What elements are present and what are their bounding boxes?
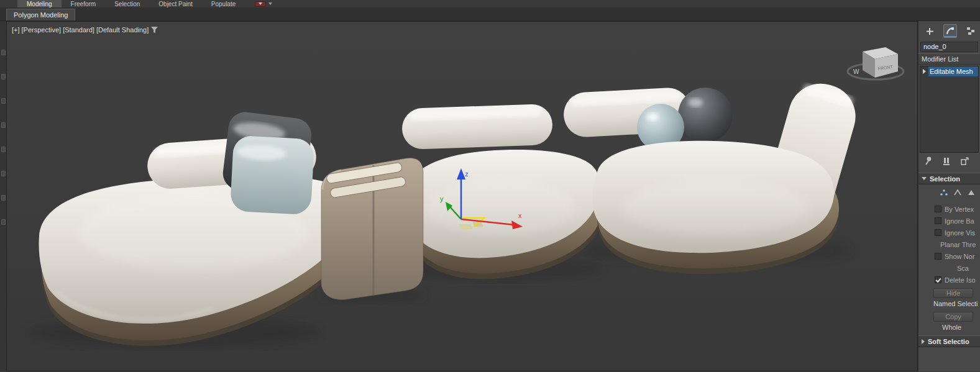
create-panel-icon[interactable]	[923, 24, 936, 38]
ribbon-options-arrow-icon[interactable]	[268, 2, 272, 5]
planar-threshold-row: Planar Thre	[918, 238, 980, 250]
by-vertex-checkbox[interactable]	[935, 206, 941, 212]
show-normals-checkbox[interactable]	[935, 253, 941, 260]
sofa-left[interactable]	[39, 110, 356, 346]
ribbon-tab-modeling[interactable]: Modeling	[17, 0, 62, 7]
rollout-open-arrow-icon	[922, 177, 927, 180]
named-selections-label: Named Selecti	[918, 299, 980, 309]
stack-toolbar	[918, 154, 980, 168]
ribbon-tab-selection[interactable]: Selection	[105, 0, 149, 7]
viewport-label: [+] [Perspective] [Standard] [Default Sh…	[12, 26, 158, 34]
toolbar-icon[interactable]	[1, 147, 6, 152]
hierarchy-panel-icon[interactable]	[964, 24, 978, 38]
modify-panel-icon[interactable]	[943, 24, 957, 38]
toolbar-icon[interactable]	[1, 98, 6, 104]
ribbon-tab-populate[interactable]: Populate	[202, 0, 245, 7]
ignore-backfacing-row[interactable]: Ignore Ba	[918, 215, 980, 227]
pillow-blue[interactable]	[230, 135, 314, 215]
chevron-down-icon	[259, 2, 262, 5]
ignore-visible-checkbox[interactable]	[935, 229, 941, 236]
ribbon-tab-freeform[interactable]: Freeform	[62, 0, 106, 7]
side-table[interactable]	[321, 158, 423, 299]
gizmo-z-label: z	[465, 170, 469, 178]
stack-item-editable-mesh[interactable]: Editable Mesh	[920, 66, 978, 76]
toolbar-icon[interactable]	[1, 171, 6, 176]
ignore-visible-row[interactable]: Ignore Vis	[918, 227, 980, 238]
show-end-result-icon[interactable]	[943, 157, 950, 165]
scene-3d[interactable]: x y z FRONT W	[7, 22, 917, 371]
whole-label: Whole	[918, 322, 980, 332]
hide-button[interactable]: Hide	[933, 288, 973, 298]
ignore-backfacing-checkbox[interactable]	[935, 217, 941, 224]
modifier-stack[interactable]: Editable Mesh	[920, 66, 979, 153]
viewport-filter-icon[interactable]	[150, 26, 158, 34]
pin-stack-icon[interactable]	[925, 157, 932, 165]
object-name-field[interactable]: node_0	[920, 42, 978, 52]
sofa-right[interactable]	[562, 76, 863, 274]
edge-subobject-icon[interactable]	[953, 188, 963, 197]
ribbon-panel-row: Polygon Modeling	[0, 8, 980, 21]
rollout-closed-arrow-icon	[922, 339, 925, 344]
ribbon-tab-bar: Modeling Freeform Selection Object Paint…	[0, 0, 980, 8]
make-unique-icon[interactable]	[961, 157, 969, 165]
toolbar-icon[interactable]	[1, 74, 6, 79]
scale-row: Sca	[918, 262, 980, 274]
stack-expand-icon[interactable]	[923, 69, 926, 74]
face-subobject-icon[interactable]	[966, 188, 976, 197]
toolbar-icon[interactable]	[1, 195, 6, 201]
delete-isolated-checkbox[interactable]	[935, 276, 941, 283]
gizmo-y-label: y	[440, 195, 444, 202]
viewport-menu-pov[interactable]: [Perspective]	[22, 26, 62, 34]
toolbar-icon[interactable]	[1, 50, 6, 55]
viewcube[interactable]: FRONT W	[848, 47, 904, 79]
command-panel-tabs	[918, 21, 980, 41]
viewcube-west-label: W	[853, 68, 859, 75]
soft-selection-rollout-header[interactable]: Soft Selectio	[918, 335, 980, 347]
toolbar-icon[interactable]	[1, 219, 6, 225]
ribbon-display-toggle-button[interactable]	[255, 1, 266, 7]
selection-options: By Vertex Ignore Ba Ignore Vis Planar Th…	[918, 203, 980, 286]
modifier-list-dropdown[interactable]: Modifier List	[918, 53, 980, 65]
polygon-modeling-tab[interactable]: Polygon Modeling	[6, 9, 75, 20]
selection-rollout-header[interactable]: Selection	[918, 173, 980, 184]
gizmo-x-label: x	[518, 212, 522, 219]
viewport-menu-shading[interactable]: [Default Shading]	[96, 26, 149, 34]
viewport-canvas[interactable]: [+] [Perspective] [Standard] [Default Sh…	[6, 21, 918, 371]
by-vertex-row[interactable]: By Vertex	[918, 203, 980, 215]
viewport-menu-general[interactable]: [+]	[12, 26, 20, 34]
left-toolbar-strip	[0, 21, 6, 371]
sofa-middle-backrest[interactable]	[401, 104, 553, 150]
show-normals-row[interactable]: Show Nor	[918, 250, 980, 262]
toolbar-icon[interactable]	[1, 122, 6, 128]
ribbon-tab-object-paint[interactable]: Object Paint	[149, 0, 201, 7]
subobject-level-icons	[918, 184, 980, 201]
copy-button[interactable]: Copy	[933, 312, 973, 322]
vertex-subobject-icon[interactable]	[939, 188, 949, 197]
sphere-dark[interactable]	[678, 88, 733, 142]
viewport-menu-renderer[interactable]: [Standard]	[63, 26, 94, 34]
delete-isolated-row[interactable]: Delete Iso	[918, 274, 980, 286]
command-panel: node_0 Modifier List Editable Mesh Selec…	[918, 21, 980, 371]
